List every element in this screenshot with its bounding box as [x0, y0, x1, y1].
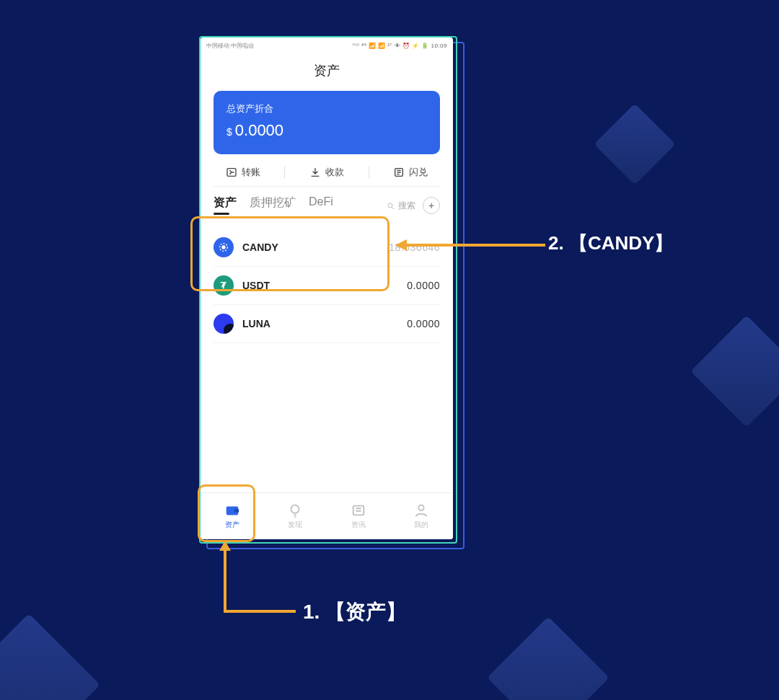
callout-step2: 2. 【CANDY】: [548, 231, 673, 256]
news-icon: [351, 502, 366, 518]
transfer-button[interactable]: 转账: [226, 166, 260, 179]
asset-balance: 0.0000: [407, 318, 440, 329]
balance-label: 总资产折合: [226, 102, 427, 115]
nav-discover[interactable]: 发现: [287, 502, 303, 530]
nav-label: 发现: [288, 520, 302, 530]
nav-assets[interactable]: 资产: [224, 502, 240, 530]
search-icon: [387, 202, 395, 211]
swap-button[interactable]: 闪兑: [393, 166, 428, 179]
candy-icon: [214, 237, 234, 257]
phone-screen: 中国移动 中国电信 ᴴᴰ ⁴⁶ 📶 📶 ²⁷ 👁 ⏰ ⚡ 🔋 10:09 资产 …: [201, 37, 453, 539]
bg-cube: [594, 103, 675, 185]
status-carrier: 中国移动 中国电信: [206, 42, 254, 50]
luna-icon: [214, 314, 234, 334]
nav-label: 我的: [414, 520, 428, 530]
callout-step1: 1. 【资产】: [303, 598, 406, 626]
balance-currency: $: [226, 126, 232, 138]
nav-label: 资产: [225, 520, 239, 530]
add-asset-button[interactable]: +: [423, 197, 440, 214]
nav-profile[interactable]: 我的: [413, 502, 429, 530]
arrow-step2: [394, 238, 545, 255]
svg-point-2: [388, 203, 392, 208]
svg-point-9: [419, 505, 424, 510]
bg-cube: [487, 616, 609, 700]
receive-icon: [309, 167, 321, 178]
receive-label: 收款: [325, 166, 344, 179]
asset-row-usdt[interactable]: ₮ USDT 0.0000: [214, 267, 440, 305]
asset-balance: 0.0000: [407, 280, 440, 291]
bg-cube: [0, 613, 100, 700]
wallet-icon: [224, 502, 240, 518]
tab-assets[interactable]: 资产: [214, 195, 237, 211]
search-input[interactable]: 搜索: [387, 200, 415, 212]
profile-icon: [413, 502, 429, 518]
bg-cube: [690, 315, 779, 427]
balance-amount: 0.0000: [235, 121, 283, 139]
asset-symbol: CANDY: [242, 242, 278, 253]
nav-news[interactable]: 资讯: [351, 502, 366, 530]
status-bar: 中国移动 中国电信 ᴴᴰ ⁴⁶ 📶 📶 ²⁷ 👁 ⏰ ⚡ 🔋 10:09: [201, 37, 453, 53]
bottom-nav: 资产 发现 资讯 我的: [201, 492, 453, 539]
balance-card[interactable]: 总资产折合 $0.0000: [214, 91, 440, 154]
svg-rect-6: [234, 509, 239, 513]
receive-button[interactable]: 收款: [309, 166, 344, 179]
tab-defi[interactable]: DeFi: [309, 195, 333, 211]
swap-label: 闪兑: [409, 166, 428, 179]
arrow-step1: [216, 539, 310, 621]
search-placeholder: 搜索: [398, 200, 415, 212]
asset-symbol: LUNA: [242, 318, 270, 329]
nav-label: 资讯: [351, 520, 366, 530]
divider: [369, 166, 369, 179]
asset-row-luna[interactable]: LUNA 0.0000: [214, 305, 440, 343]
status-indicators: ᴴᴰ ⁴⁶ 📶 📶 ²⁷ 👁 ⏰ ⚡ 🔋 10:09: [353, 43, 447, 49]
page-title: 资产: [201, 53, 453, 91]
usdt-icon: ₮: [214, 275, 234, 296]
asset-symbol: USDT: [242, 280, 270, 291]
transfer-label: 转账: [242, 166, 260, 179]
svg-point-4: [222, 246, 225, 249]
divider: [284, 166, 285, 179]
tab-staking[interactable]: 质押挖矿: [250, 195, 296, 211]
balance-value: $0.0000: [226, 121, 427, 140]
transfer-icon: [226, 167, 237, 178]
svg-point-7: [291, 505, 299, 513]
plus-icon: +: [428, 200, 434, 211]
swap-icon: [393, 167, 405, 178]
action-row: 转账 收款 闪兑: [214, 154, 440, 187]
tab-row: 资产 质押挖矿 DeFi 搜索 +: [214, 191, 440, 224]
bulb-icon: [287, 502, 303, 518]
